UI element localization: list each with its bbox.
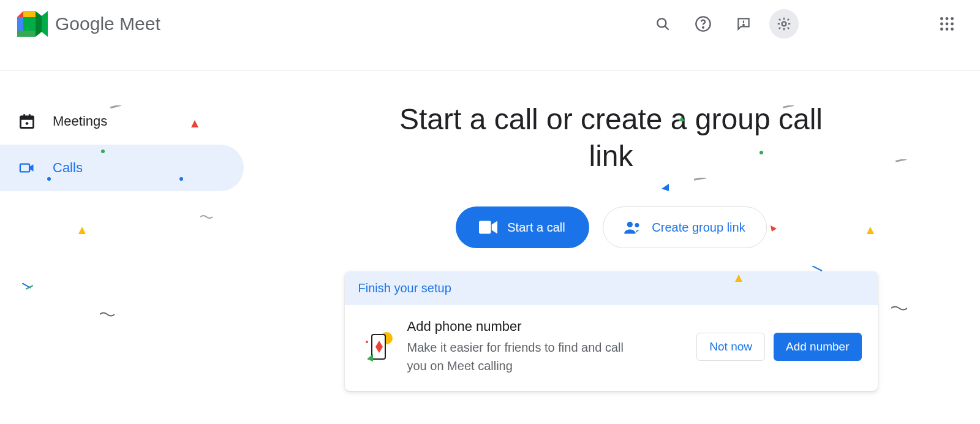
svg-point-20	[940, 28, 943, 31]
svg-marker-43	[78, 227, 86, 234]
google-apps-button[interactable]	[932, 9, 962, 39]
svg-point-32	[627, 222, 633, 227]
svg-point-22	[951, 28, 954, 31]
svg-point-13	[782, 22, 786, 26]
setup-title: Add phone number	[407, 319, 685, 335]
setup-subtitle: Make it easier for friends to find and c…	[407, 338, 640, 375]
svg-point-17	[940, 23, 943, 26]
svg-point-27	[26, 122, 29, 125]
svg-marker-0	[17, 11, 23, 17]
svg-rect-26	[29, 114, 31, 118]
confetti-icon	[200, 214, 213, 219]
svg-point-14	[940, 17, 943, 20]
header: Google Meet	[0, 0, 980, 48]
confetti-icon	[22, 283, 33, 290]
sidebar-item-label: Calls	[53, 160, 83, 176]
setup-card-body: Add phone number Make it easier for frie…	[345, 305, 878, 391]
svg-point-15	[946, 17, 949, 20]
product-name-part2: Meet	[119, 13, 160, 34]
svg-marker-29	[30, 164, 34, 172]
add-number-button[interactable]: Add number	[774, 333, 862, 361]
svg-rect-2	[17, 17, 23, 31]
svg-point-19	[951, 23, 954, 26]
search-button[interactable]	[648, 9, 677, 39]
setup-text: Add phone number Make it easier for frie…	[407, 319, 685, 375]
svg-rect-1	[23, 11, 36, 17]
page-title: Start a call or create a group call link	[379, 101, 844, 175]
calendar-icon	[18, 113, 36, 130]
button-label: Create group link	[652, 221, 745, 235]
svg-line-44	[22, 283, 31, 288]
svg-marker-31	[492, 221, 497, 234]
not-now-button[interactable]: Not now	[696, 333, 765, 361]
svg-point-12	[743, 25, 744, 26]
svg-rect-4	[23, 17, 36, 31]
confetti-icon	[78, 227, 86, 234]
svg-line-45	[26, 286, 33, 289]
svg-rect-28	[20, 164, 29, 172]
product-logo-area[interactable]: Google Meet	[17, 11, 160, 37]
feedback-button[interactable]	[729, 9, 758, 39]
svg-point-18	[946, 23, 949, 26]
create-group-link-button[interactable]: Create group link	[603, 206, 767, 248]
camera-icon	[479, 221, 497, 234]
svg-point-16	[951, 17, 954, 20]
start-call-button[interactable]: Start a call	[456, 206, 589, 248]
svg-rect-24	[21, 116, 34, 120]
svg-point-7	[657, 18, 666, 27]
settings-button[interactable]	[769, 9, 799, 39]
search-icon	[655, 16, 671, 32]
svg-marker-36	[367, 354, 373, 362]
product-name-part1: Google	[55, 13, 115, 34]
confetti-icon	[100, 311, 115, 317]
svg-rect-30	[479, 221, 491, 234]
svg-marker-6	[42, 11, 48, 37]
meet-logo-icon	[17, 11, 48, 37]
apps-grid-icon	[940, 17, 954, 31]
action-buttons: Start a call Create group link	[456, 206, 767, 248]
svg-marker-5	[36, 11, 42, 37]
sidebar-item-meetings[interactable]: Meetings	[0, 98, 244, 145]
phone-illustration	[361, 330, 395, 364]
finish-setup-card: Finish your setup Add phone number Make …	[345, 271, 878, 391]
product-name: Google Meet	[55, 13, 160, 34]
button-label: Start a call	[507, 221, 565, 235]
sidebar-item-calls[interactable]: Calls	[0, 145, 244, 191]
svg-point-10	[703, 27, 704, 28]
setup-actions: Not now Add number	[696, 333, 861, 361]
video-icon	[18, 159, 36, 176]
svg-point-33	[635, 223, 639, 227]
main-content: Start a call or create a group call link…	[242, 101, 980, 391]
sidebar: Meetings Calls	[0, 98, 245, 191]
svg-line-8	[665, 26, 669, 30]
svg-rect-25	[23, 114, 25, 118]
header-actions	[648, 9, 962, 39]
group-icon	[624, 221, 642, 234]
svg-rect-3	[17, 31, 36, 37]
setup-card-heading: Finish your setup	[345, 271, 878, 305]
help-button[interactable]	[688, 9, 718, 39]
svg-point-37	[366, 341, 368, 343]
help-icon	[695, 15, 712, 32]
gear-icon	[776, 16, 792, 32]
header-divider	[0, 70, 980, 71]
svg-point-21	[946, 28, 949, 31]
feedback-icon	[736, 16, 752, 32]
sidebar-item-label: Meetings	[53, 113, 107, 129]
